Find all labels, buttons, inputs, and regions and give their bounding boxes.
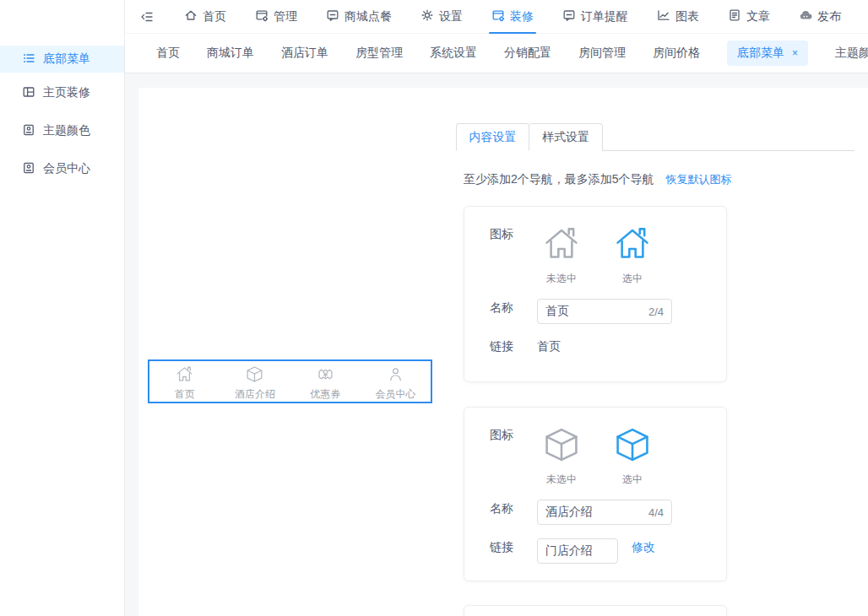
cube-icon bbox=[614, 426, 651, 467]
icon-field-label: 图标 bbox=[490, 225, 515, 284]
sidebar-item-bottom-menu[interactable]: 底部菜单 bbox=[0, 46, 124, 73]
tab-style-settings[interactable]: 样式设置 bbox=[529, 123, 603, 151]
message-icon bbox=[326, 8, 339, 24]
link-input-box[interactable] bbox=[537, 538, 618, 564]
cube-icon bbox=[543, 426, 580, 467]
sidebar-item-label: 会员中心 bbox=[43, 161, 90, 176]
modify-link[interactable]: 修改 bbox=[632, 538, 655, 564]
message-icon bbox=[562, 8, 576, 24]
sidebar-item-home-decorate[interactable]: 主页装修 bbox=[0, 79, 124, 106]
sidebar-item-label: 底部菜单 bbox=[43, 51, 90, 67]
link-field-label: 链接 bbox=[490, 538, 515, 564]
name-field-label: 名称 bbox=[490, 299, 515, 324]
unselected-icon-picker[interactable]: 未选中 bbox=[537, 426, 586, 484]
preview-item-label: 优惠券 bbox=[310, 389, 340, 399]
page-tab-distribution[interactable]: 分销配置 bbox=[504, 46, 551, 61]
preview-item-label: 会员中心 bbox=[375, 389, 415, 399]
nav-label: 发布 bbox=[817, 9, 841, 24]
preview-item-coupon[interactable]: 优惠券 bbox=[290, 361, 361, 402]
link-input[interactable] bbox=[545, 544, 610, 558]
name-input[interactable] bbox=[545, 305, 648, 318]
nav-label: 文章 bbox=[746, 9, 770, 24]
gear-icon bbox=[420, 8, 434, 24]
sidebar-item-member-center[interactable]: 会员中心 bbox=[0, 155, 124, 182]
nav-item-publish[interactable]: 发布 bbox=[799, 0, 841, 34]
nav-label: 图表 bbox=[675, 9, 699, 24]
selected-icon-picker[interactable]: 选中 bbox=[608, 225, 657, 284]
restore-default-icons-link[interactable]: 恢复默认图标 bbox=[666, 172, 732, 187]
preview-item-home[interactable]: 首页 bbox=[149, 361, 220, 402]
content-area: 首页 酒店介绍 优惠券 会员中心 内容设置 样式设置 bbox=[125, 73, 868, 616]
nav-item-settings[interactable]: 设置 bbox=[420, 0, 463, 34]
bottom-bar-preview[interactable]: 首页 酒店介绍 优惠券 会员中心 bbox=[148, 359, 432, 403]
page-tab-room-price[interactable]: 房间价格 bbox=[653, 46, 700, 61]
page-tab-system[interactable]: 系统设置 bbox=[430, 46, 477, 61]
nav-item-home[interactable]: 首页 bbox=[184, 0, 226, 34]
page-tab-roomtype[interactable]: 房型管理 bbox=[355, 46, 403, 61]
name-input[interactable] bbox=[545, 505, 648, 519]
user-icon bbox=[387, 365, 404, 386]
nav-card-hotel-intro: 图标 未选中 选中 名称 bbox=[464, 407, 727, 581]
preview-item-member[interactable]: 会员中心 bbox=[361, 361, 431, 402]
unselected-icon-picker[interactable]: 未选中 bbox=[537, 225, 586, 284]
nav-item-articles[interactable]: 文章 bbox=[728, 0, 770, 34]
top-navbar: 首页 管理 商城点餐 设置 装修 订单提醒 图表 文章 bbox=[125, 0, 868, 34]
card-user-icon bbox=[22, 123, 35, 139]
name-input-box[interactable]: 4/4 bbox=[537, 500, 672, 525]
document-icon bbox=[728, 8, 741, 24]
app-window: 首页 管理 商城点餐 设置 装修 订单提醒 图表 文章 bbox=[0, 0, 868, 616]
selected-caption: 选中 bbox=[622, 273, 643, 284]
nav-label: 订单提醒 bbox=[581, 9, 628, 24]
nav-hint-row: 至少添加2个导航，最多添加5个导航 恢复默认图标 bbox=[464, 172, 732, 187]
preview-item-label: 首页 bbox=[175, 389, 195, 399]
home-icon bbox=[184, 8, 198, 24]
selected-caption: 选中 bbox=[622, 474, 643, 484]
nav-item-manage[interactable]: 管理 bbox=[255, 0, 297, 34]
list-icon bbox=[22, 51, 35, 68]
icon-field-label: 图标 bbox=[490, 426, 515, 484]
page-tab-label: 底部菜单 bbox=[737, 46, 784, 61]
nav-label: 商城点餐 bbox=[344, 9, 392, 24]
nav-item-mall-order[interactable]: 商城点餐 bbox=[326, 0, 392, 34]
page-tab-hotel-orders[interactable]: 酒店订单 bbox=[281, 46, 328, 61]
nav-label: 管理 bbox=[274, 9, 297, 24]
selected-icon-picker[interactable]: 选中 bbox=[608, 426, 657, 484]
nav-item-decorate[interactable]: 装修 bbox=[491, 0, 534, 34]
page-tab-bar: 首页 商城订单 酒店订单 房型管理 系统设置 分销配置 房间管理 房间价格 底部… bbox=[125, 34, 868, 73]
menu-fold-icon[interactable] bbox=[140, 10, 154, 24]
sidebar: 底部菜单 主页装修 主题颜色 会员中心 bbox=[0, 0, 125, 616]
nav-item-charts[interactable]: 图表 bbox=[657, 0, 699, 34]
preview-item-hotel-intro[interactable]: 酒店介绍 bbox=[220, 361, 290, 402]
link-field-label: 链接 bbox=[490, 338, 515, 354]
page-tab-rooms[interactable]: 房间管理 bbox=[578, 46, 626, 61]
main-panel: 首页 酒店介绍 优惠券 会员中心 内容设置 样式设置 bbox=[138, 88, 868, 616]
cube-icon bbox=[246, 365, 263, 386]
tab-content-settings[interactable]: 内容设置 bbox=[456, 123, 529, 151]
nav-item-order-remind[interactable]: 订单提醒 bbox=[562, 0, 628, 34]
nav-label: 设置 bbox=[439, 9, 463, 24]
close-icon[interactable]: × bbox=[792, 48, 798, 58]
nav-limit-hint: 至少添加2个导航，最多添加5个导航 bbox=[464, 172, 654, 187]
page-tab-bottom-menu-active[interactable]: 底部菜单 × bbox=[727, 41, 808, 66]
cloud-icon bbox=[799, 8, 812, 24]
home-icon bbox=[176, 365, 193, 386]
nav-label: 首页 bbox=[203, 9, 226, 24]
char-counter: 4/4 bbox=[648, 506, 664, 519]
link-value: 首页 bbox=[537, 338, 561, 354]
page-tab-home[interactable]: 首页 bbox=[156, 46, 180, 61]
chart-icon bbox=[657, 8, 670, 24]
window-gear-icon bbox=[255, 8, 269, 24]
window-gear-icon bbox=[491, 8, 505, 24]
nav-card-partial: 图标 bbox=[464, 605, 727, 616]
unselected-caption: 未选中 bbox=[546, 273, 577, 284]
settings-tab-bar: 内容设置 样式设置 bbox=[456, 123, 854, 151]
nav-label: 装修 bbox=[510, 9, 534, 24]
card-user-icon bbox=[22, 161, 35, 177]
name-input-box[interactable]: 2/4 bbox=[537, 299, 672, 324]
char-counter: 2/4 bbox=[648, 305, 664, 318]
page-tab-mall-orders[interactable]: 商城订单 bbox=[207, 46, 254, 61]
page-tab-theme-color[interactable]: 主题颜 bbox=[835, 46, 868, 61]
house-icon bbox=[614, 225, 651, 266]
house-icon bbox=[543, 225, 580, 266]
sidebar-item-theme-color[interactable]: 主题颜色 bbox=[0, 117, 124, 144]
